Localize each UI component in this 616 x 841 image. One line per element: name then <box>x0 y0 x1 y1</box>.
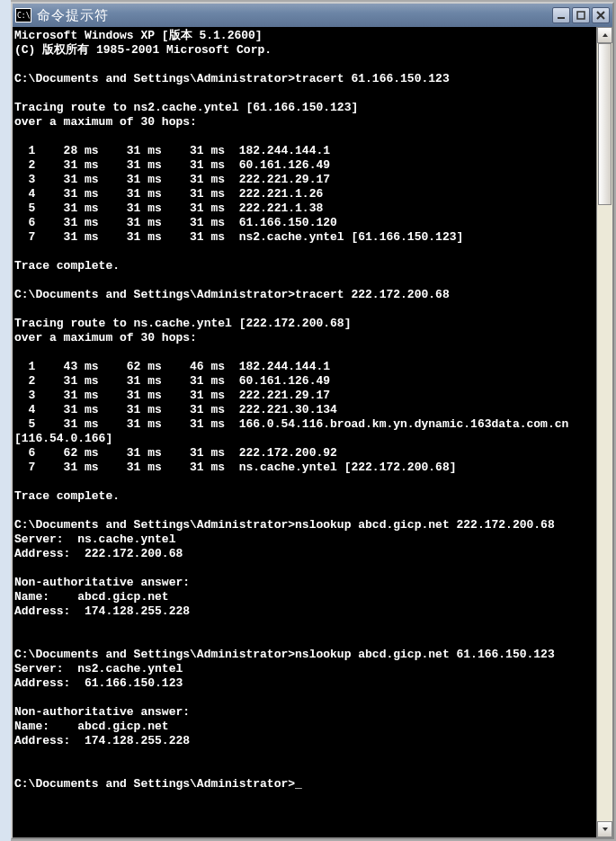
scroll-thumb[interactable] <box>598 43 612 205</box>
window-controls <box>552 7 610 23</box>
desktop-strip <box>0 0 11 841</box>
maximize-button[interactable] <box>572 7 590 23</box>
client-area: Microsoft Windows XP [版本 5.1.2600] (C) 版… <box>13 27 612 837</box>
terminal-output[interactable]: Microsoft Windows XP [版本 5.1.2600] (C) 版… <box>13 27 596 837</box>
scrollbar <box>596 27 612 837</box>
window-title: 命令提示符 <box>37 7 552 24</box>
svg-rect-1 <box>577 12 585 19</box>
scroll-up-button[interactable] <box>597 27 612 43</box>
minimize-button[interactable] <box>552 7 570 23</box>
cmd-window: C:\ 命令提示符 Microsoft Windows XP [版本 5.1.2… <box>11 2 614 839</box>
titlebar[interactable]: C:\ 命令提示符 <box>13 4 612 27</box>
close-button[interactable] <box>592 7 610 23</box>
scroll-track[interactable] <box>597 43 612 821</box>
svg-rect-0 <box>558 17 565 19</box>
scroll-down-button[interactable] <box>597 821 612 837</box>
cmd-icon: C:\ <box>15 8 31 22</box>
